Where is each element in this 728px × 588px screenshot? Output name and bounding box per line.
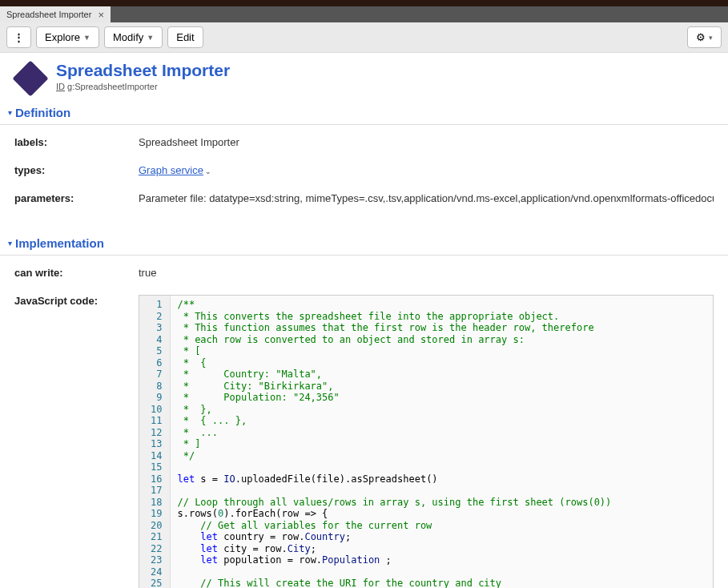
field-value: true bbox=[139, 267, 714, 279]
tab-title: Spreadsheet Importer bbox=[6, 10, 91, 19]
edit-button[interactable]: Edit bbox=[167, 26, 203, 48]
more-actions-button[interactable]: ⋮ bbox=[6, 26, 31, 48]
page-title: Spreadsheet Importer bbox=[56, 61, 230, 80]
chevron-down-icon: ▾ bbox=[8, 108, 12, 117]
resource-icon bbox=[12, 60, 48, 96]
modify-button[interactable]: Modify ▼ bbox=[104, 26, 163, 48]
implementation-fields: can write: true JavaScript code: 1234567… bbox=[0, 256, 728, 588]
explore-button[interactable]: Explore ▼ bbox=[36, 26, 99, 48]
tab-strip: Spreadsheet Importer × bbox=[0, 6, 728, 22]
close-icon[interactable]: × bbox=[98, 9, 104, 21]
field-label: parameters: bbox=[14, 192, 139, 204]
gear-icon: ⚙ bbox=[696, 31, 706, 43]
field-value: Spreadsheet Importer bbox=[139, 136, 714, 148]
field-labels: labels: Spreadsheet Importer bbox=[14, 136, 714, 148]
section-definition-header[interactable]: ▾ Definition bbox=[0, 101, 728, 125]
settings-button[interactable]: ⚙ ▾ bbox=[687, 26, 722, 48]
section-title: Implementation bbox=[15, 236, 104, 250]
field-label: can write: bbox=[14, 267, 139, 279]
chevron-down-icon: ▾ bbox=[8, 239, 12, 248]
id-value: g:SpreadsheetImporter bbox=[67, 82, 158, 91]
chevron-down-icon: ▾ bbox=[709, 34, 713, 42]
code-editor[interactable]: 1234567891011121314151617181920212223242… bbox=[139, 295, 714, 588]
field-javascript-code: JavaScript code: 12345678910111213141516… bbox=[14, 295, 714, 588]
field-label: labels: bbox=[14, 136, 139, 148]
definition-fields: labels: Spreadsheet Importer types: Grap… bbox=[0, 125, 728, 232]
code-content[interactable]: /** * This converts the spreadsheet file… bbox=[171, 296, 713, 588]
section-implementation-header[interactable]: ▾ Implementation bbox=[0, 232, 728, 256]
window-top-bar bbox=[0, 0, 728, 6]
field-label: JavaScript code: bbox=[14, 295, 139, 307]
modify-label: Modify bbox=[113, 31, 143, 43]
field-types: types: Graph service⌄ bbox=[14, 164, 714, 176]
page-header: Spreadsheet Importer ID g:SpreadsheetImp… bbox=[0, 53, 728, 101]
field-can-write: can write: true bbox=[14, 267, 714, 279]
field-label: types: bbox=[14, 164, 139, 176]
tab-spreadsheet-importer[interactable]: Spreadsheet Importer × bbox=[0, 6, 111, 22]
resource-id: ID g:SpreadsheetImporter bbox=[56, 82, 230, 91]
section-title: Definition bbox=[15, 106, 70, 119]
toolbar: ⋮ Explore ▼ Modify ▼ Edit ⚙ ▾ bbox=[0, 22, 728, 53]
chevron-down-icon: ▼ bbox=[147, 34, 154, 42]
type-link[interactable]: Graph service bbox=[139, 164, 203, 176]
chevron-down-icon[interactable]: ⌄ bbox=[205, 167, 211, 175]
edit-label: Edit bbox=[176, 31, 194, 43]
field-value: Parameter file: datatype=xsd:string, mim… bbox=[139, 192, 714, 204]
id-label: ID bbox=[56, 82, 65, 91]
explore-label: Explore bbox=[45, 31, 80, 43]
field-parameters: parameters: Parameter file: datatype=xsd… bbox=[14, 192, 714, 204]
chevron-down-icon: ▼ bbox=[83, 34, 90, 42]
line-number-gutter: 1234567891011121314151617181920212223242… bbox=[139, 296, 171, 588]
